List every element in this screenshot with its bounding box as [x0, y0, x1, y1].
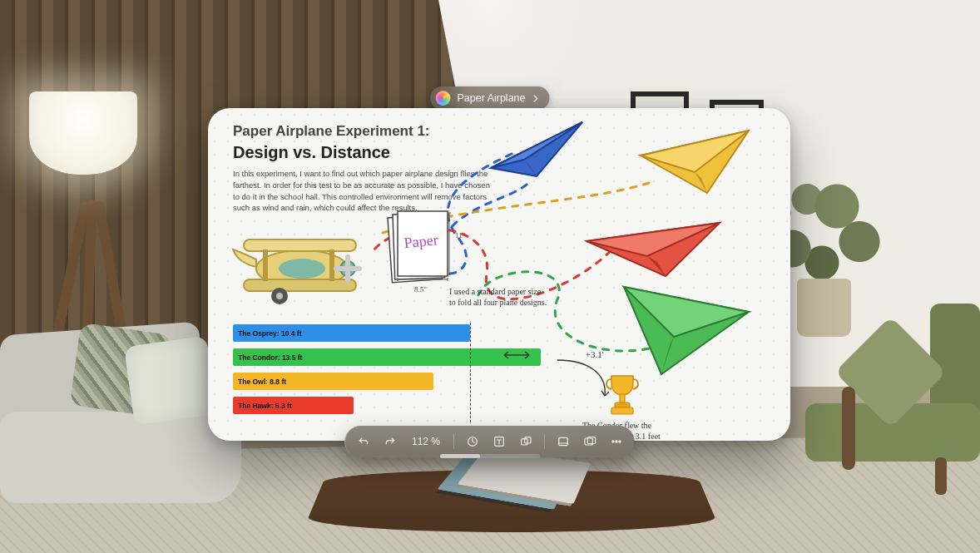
window-title: Paper Airplane — [457, 92, 525, 104]
svg-point-26 — [616, 441, 617, 442]
svg-rect-17 — [611, 407, 633, 414]
bottom-toolbar: 112 % — [345, 426, 635, 457]
doc-title: Paper Airplane Experiment 1: — [233, 123, 430, 140]
distance-bar-chart: The Osprey: 10.4 ft The Condor: 13.5 ft … — [233, 324, 582, 421]
chevron-right-icon — [532, 95, 540, 102]
paper-width-label: 8.5" — [414, 285, 427, 294]
paper-plane-red — [582, 216, 724, 283]
svg-rect-4 — [263, 249, 268, 281]
paper-plane-yellow — [636, 126, 753, 201]
shapes-tool-button[interactable] — [514, 430, 537, 453]
freeform-board[interactable]: Paper Airplane Experiment 1: Design vs. … — [208, 108, 790, 441]
paper-height-label: 11" — [455, 231, 465, 239]
svg-rect-16 — [615, 402, 630, 407]
scroll-indicator[interactable] — [440, 454, 540, 458]
toolbar-separator — [453, 434, 454, 449]
more-tool-button[interactable] — [605, 430, 628, 453]
toolbar-separator — [544, 434, 545, 449]
window-title-pill[interactable]: Paper Airplane — [430, 86, 549, 110]
doc-subtitle: Design vs. Distance — [233, 143, 390, 162]
svg-rect-15 — [620, 394, 625, 402]
bar-osprey: The Osprey: 10.4 ft — [233, 324, 582, 342]
zoom-level[interactable]: 112 % — [405, 436, 447, 447]
armchair — [789, 304, 980, 495]
text-tool-button[interactable] — [488, 430, 511, 453]
svg-rect-5 — [329, 249, 334, 281]
lamp-shade — [29, 91, 137, 175]
redo-button[interactable] — [379, 430, 402, 453]
paper-plane-blue — [487, 118, 587, 185]
baseline-marker — [470, 323, 471, 422]
bar-owl: The Owl: 8.8 ft — [233, 373, 582, 390]
svg-rect-2 — [244, 239, 356, 251]
bar-hawk: The Hawk: 5.3 ft — [233, 397, 582, 414]
svg-point-25 — [612, 441, 614, 442]
svg-point-1 — [279, 259, 325, 279]
paper-note: I used a standard paper size to fold all… — [449, 287, 549, 308]
markup-tool-button[interactable] — [461, 430, 484, 453]
biplane-illustration — [223, 206, 373, 314]
app-icon — [435, 91, 450, 106]
svg-rect-3 — [244, 279, 356, 291]
undo-button[interactable] — [352, 430, 375, 453]
svg-point-10 — [276, 293, 283, 299]
paper-stack-illustration: Paper 11" 8.5" — [383, 206, 474, 298]
media-tool-button[interactable] — [552, 430, 575, 453]
photos-tool-button[interactable] — [578, 430, 601, 453]
svg-rect-8 — [334, 266, 362, 271]
trophy-icon — [603, 373, 641, 417]
paper-plane-green — [616, 279, 757, 378]
paper-word: Paper — [403, 231, 439, 251]
svg-point-27 — [619, 441, 621, 442]
svg-rect-22 — [559, 437, 568, 445]
